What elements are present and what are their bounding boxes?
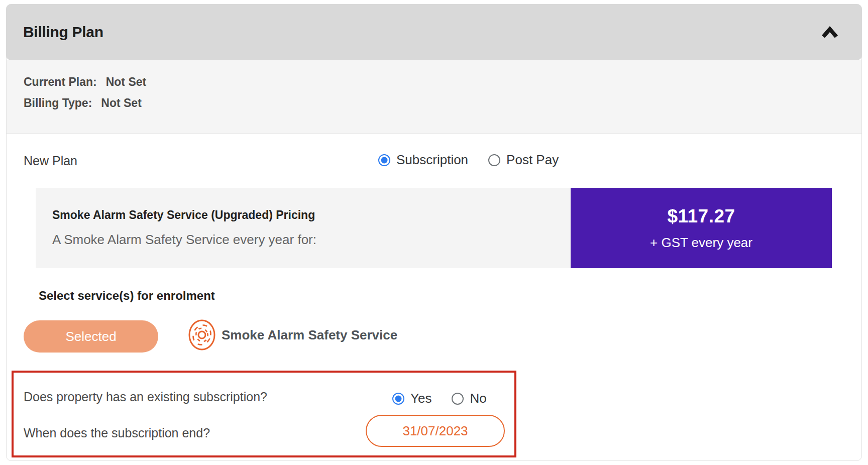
- subscription-radio[interactable]: [378, 154, 390, 166]
- billing-type-value: Not Set: [101, 96, 142, 110]
- pricing-subtitle: A Smoke Alarm Safety Service every year …: [52, 232, 571, 248]
- price-amount: $117.27: [667, 206, 735, 227]
- pricing-row: Smoke Alarm Safety Service (Upgraded) Pr…: [36, 188, 832, 268]
- new-plan-label: New Plan: [24, 154, 77, 168]
- radio-option-no[interactable]: No: [452, 391, 486, 406]
- billing-plan-header: Billing Plan: [6, 4, 862, 60]
- service-selected-button[interactable]: Selected: [24, 320, 158, 353]
- current-plan-row: Current Plan: Not Set: [24, 75, 844, 89]
- yes-radio[interactable]: [392, 393, 404, 405]
- price-note: + GST every year: [650, 235, 752, 251]
- no-radio[interactable]: [452, 393, 464, 405]
- yes-radio-label: Yes: [410, 391, 431, 406]
- current-plan-label: Current Plan:: [24, 75, 97, 89]
- subscription-end-question: When does the subscription end?: [24, 426, 210, 440]
- billing-type-row: Billing Type: Not Set: [24, 96, 844, 110]
- existing-subscription-radio-group: Yes No: [392, 391, 487, 406]
- service-name-label: Smoke Alarm Safety Service: [222, 327, 397, 343]
- subscription-radio-label: Subscription: [396, 152, 468, 168]
- existing-subscription-question: Does property has an existing subscripti…: [24, 390, 267, 404]
- radio-option-subscription[interactable]: Subscription: [378, 152, 468, 168]
- current-plan-summary: Current Plan: Not Set Billing Type: Not …: [7, 60, 861, 134]
- current-plan-value: Not Set: [106, 75, 147, 89]
- chevron-up-icon: [820, 25, 840, 40]
- collapse-section-button[interactable]: [820, 25, 840, 40]
- enrolment-heading: Select service(s) for enrolment: [39, 289, 215, 303]
- subscription-end-date-button[interactable]: 31/07/2023: [366, 415, 505, 447]
- radio-option-post-pay[interactable]: Post Pay: [488, 152, 559, 168]
- pricing-title: Smoke Alarm Safety Service (Upgraded) Pr…: [52, 208, 571, 222]
- billing-plan-card: Billing Plan Current Plan: Not Set Billi…: [6, 4, 862, 461]
- plan-type-radio-group: Subscription Post Pay: [378, 152, 559, 168]
- post-pay-radio[interactable]: [488, 154, 500, 166]
- page-title: Billing Plan: [23, 24, 103, 41]
- post-pay-radio-label: Post Pay: [506, 152, 559, 168]
- smoke-alarm-icon: [188, 319, 216, 353]
- no-radio-label: No: [470, 391, 486, 406]
- pricing-info: Smoke Alarm Safety Service (Upgraded) Pr…: [36, 188, 571, 268]
- billing-type-label: Billing Type:: [24, 96, 92, 110]
- radio-option-yes[interactable]: Yes: [392, 391, 431, 406]
- price-box: $117.27 + GST every year: [571, 188, 832, 268]
